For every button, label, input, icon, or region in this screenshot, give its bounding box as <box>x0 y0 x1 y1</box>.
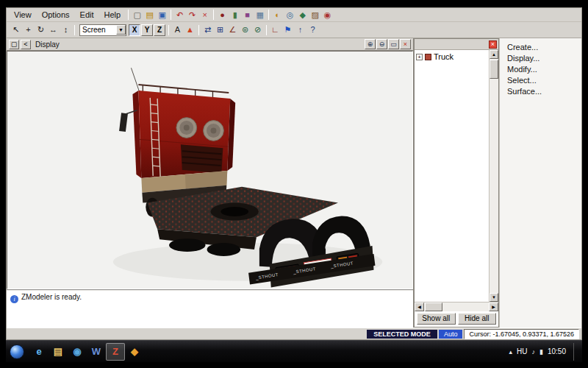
redo-icon[interactable]: ↷ <box>186 9 198 21</box>
explorer-folder-icon[interactable]: ▤ <box>49 343 68 361</box>
scrollbar-thumb-horizontal[interactable] <box>425 302 442 311</box>
command-surface[interactable]: Surface... <box>501 86 580 97</box>
paint-icon[interactable]: ◆ <box>125 343 144 361</box>
viewport-tools: ⊕⊖▭× <box>365 39 411 49</box>
screen-view-select[interactable]: Screen ▼ <box>79 24 126 36</box>
hide-all-button[interactable]: Hide all <box>458 313 497 325</box>
light-icon[interactable]: ◐ <box>271 9 284 21</box>
expand-icon[interactable]: + <box>416 54 423 60</box>
command-select[interactable]: Select... <box>501 75 580 86</box>
camera-icon[interactable]: ◎ <box>284 9 296 21</box>
scene-canvas: VFA-322 _STHOUT _STHOUT _ <box>7 52 412 289</box>
create-cylinder-icon[interactable]: ▮ <box>229 9 241 21</box>
toolbar-separator <box>168 25 169 35</box>
create-sphere-icon[interactable]: ● <box>216 9 229 21</box>
show-all-button[interactable]: Show all <box>417 313 456 325</box>
viewport-3d[interactable]: VFA-322 _STHOUT _STHOUT _ <box>7 51 413 289</box>
chevron-down-icon[interactable]: ▼ <box>116 25 126 35</box>
animate-icon[interactable]: ↑ <box>294 24 306 36</box>
grid-icon[interactable]: ▦ <box>254 9 266 21</box>
scrollbar-thumb[interactable] <box>490 60 498 79</box>
mode-badge: SELECTED MODE <box>367 330 437 339</box>
scrollbar-track[interactable] <box>443 302 489 311</box>
taskbar-apps: e▤◉WZ◆ <box>29 343 144 361</box>
toolbar-tools-left: ↖+↻↔↕ <box>10 24 77 36</box>
menu-bar: ViewOptionsEditHelp ▢▤▣↶↷×●▮■▦◐◎◆▨◉ <box>7 8 581 22</box>
back-button[interactable]: < <box>21 40 31 49</box>
undo-icon[interactable]: ↶ <box>173 9 186 21</box>
system-tray: ▴ HU ♪ ▮ 10:50 <box>509 343 578 361</box>
axis-x-button[interactable]: X <box>129 24 140 36</box>
angle-measure-icon[interactable]: ∠ <box>226 24 239 36</box>
menu-items: ViewOptionsEditHelp <box>9 9 126 21</box>
start-button[interactable] <box>10 344 24 359</box>
mirror-icon[interactable]: ⇄ <box>201 24 214 36</box>
new-file-icon[interactable]: ▢ <box>131 9 143 21</box>
axis-z-button[interactable]: Z <box>154 24 165 36</box>
horizontal-scrollbar[interactable]: ◀ ▶ <box>415 302 498 311</box>
media-player-icon[interactable]: ◉ <box>68 343 87 361</box>
scroll-down-icon[interactable]: ▼ <box>490 293 498 302</box>
axis-y-button[interactable]: Y <box>141 24 153 36</box>
clock[interactable]: 10:50 <box>548 347 566 355</box>
rear-wheel-right <box>207 243 241 256</box>
close-icon[interactable]: × <box>489 40 497 49</box>
zoom-out-icon[interactable]: ⊖ <box>376 39 387 49</box>
menu-options[interactable]: Options <box>37 9 75 21</box>
color-triangle-icon[interactable]: ▲ <box>184 24 196 36</box>
hierarchy-panel: × + Truck ▲ ▼ <box>414 38 499 328</box>
create-box-icon[interactable]: ■ <box>241 9 254 21</box>
auto-toggle[interactable]: Auto <box>439 330 463 339</box>
internet-explorer-icon[interactable]: e <box>29 343 49 361</box>
page-icon[interactable]: ▢ <box>9 40 19 49</box>
status-bar: SELECTED MODE Auto Cursor: -1.67045, 0.9… <box>7 328 581 339</box>
zmodeler-icon[interactable]: Z <box>106 343 125 361</box>
language-indicator[interactable]: HU <box>517 347 527 355</box>
menu-help[interactable]: Help <box>99 9 126 21</box>
attach-icon[interactable]: ⊚ <box>239 24 251 36</box>
render-icon[interactable]: ◉ <box>321 9 334 21</box>
word-icon[interactable]: W <box>87 343 106 361</box>
vertical-scrollbar[interactable]: ▲ ▼ <box>489 50 498 302</box>
save-icon[interactable]: ▣ <box>156 9 168 21</box>
font-icon[interactable]: A <box>171 24 184 36</box>
pan-horizontal-icon[interactable]: ↔ <box>47 24 60 36</box>
show-desktop-button[interactable] <box>573 343 578 361</box>
status-message: ZModeler is ready. <box>21 293 82 301</box>
menu-view[interactable]: View <box>9 9 37 21</box>
scroll-left-icon[interactable]: ◀ <box>415 302 424 311</box>
screen-view-value: Screen <box>82 26 106 34</box>
open-file-icon[interactable]: ▤ <box>143 9 156 21</box>
hidden-icons-chevron[interactable]: ▴ <box>509 348 513 355</box>
zoom-in-icon[interactable]: ⊕ <box>365 39 376 49</box>
command-display[interactable]: Display... <box>501 53 580 64</box>
zoom-region-icon[interactable]: ▭ <box>388 39 399 49</box>
view-close-icon[interactable]: × <box>400 39 411 49</box>
move-icon[interactable]: + <box>22 24 35 36</box>
material-icon[interactable]: ◆ <box>296 9 309 21</box>
menu-edit[interactable]: Edit <box>75 9 99 21</box>
rotate-icon[interactable]: ↻ <box>35 24 47 36</box>
texture-icon[interactable]: ▨ <box>309 9 321 21</box>
command-create[interactable]: Create... <box>501 42 580 53</box>
scroll-up-icon[interactable]: ▲ <box>490 50 498 59</box>
delete-icon[interactable]: × <box>198 9 211 21</box>
main-area: ▢ < Display ⊕⊖▭× <box>7 38 581 328</box>
detach-icon[interactable]: ⊘ <box>251 24 264 36</box>
network-icon[interactable]: ▮ <box>539 348 543 355</box>
cursor-coordinates: Cursor: -1.67045, 0.93371, 1.67526 <box>464 329 579 339</box>
snap-grid-icon[interactable]: ⊞ <box>214 24 226 36</box>
help-pick-icon[interactable]: ? <box>306 24 319 36</box>
flag-icon[interactable]: ⚑ <box>282 24 294 36</box>
volume-icon[interactable]: ♪ <box>532 348 536 355</box>
axes-local-icon[interactable]: ∟ <box>269 24 282 36</box>
command-modify[interactable]: Modify... <box>501 64 580 75</box>
select-icon[interactable]: ↖ <box>10 24 22 36</box>
antenna <box>131 68 139 91</box>
tree-node-truck[interactable]: + Truck <box>416 52 487 61</box>
tree-node-label: Truck <box>434 52 453 61</box>
commands-panel: Create...Display...Modify...Select...Sur… <box>499 38 581 328</box>
scroll-right-icon[interactable]: ▶ <box>489 302 498 311</box>
pan-vertical-icon[interactable]: ↕ <box>60 24 72 36</box>
toolbar-separator <box>128 10 129 20</box>
